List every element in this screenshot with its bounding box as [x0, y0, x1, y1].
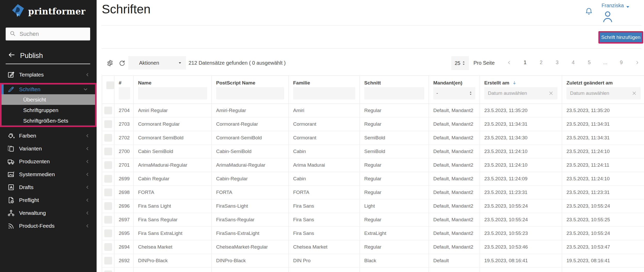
- clear-x-icon[interactable]: [548, 90, 554, 96]
- pagination-page-5[interactable]: 5: [586, 60, 592, 65]
- cell: 19.5.2023, 08:16:41: [480, 268, 562, 272]
- gear-icon[interactable]: [106, 59, 114, 68]
- table-row[interactable]: 2702Cormorant SemiBoldCormorant-SemiBold…: [102, 131, 644, 145]
- row-checkbox[interactable]: [104, 257, 112, 265]
- table-row[interactable]: 2701ArimaMadurai-RegularArimaMadurai-Reg…: [102, 158, 644, 172]
- sidebar-item-varianten[interactable]: Varianten: [0, 142, 97, 155]
- add-font-button[interactable]: Schrift hinzufügen: [600, 32, 642, 42]
- stepper-icon: [462, 61, 465, 65]
- search-input[interactable]: [19, 30, 87, 38]
- filter-name-input[interactable]: [138, 87, 207, 99]
- cell: 2699: [114, 172, 134, 185]
- table-row[interactable]: 2704Amiri RegularAmiri-RegularAmiriRegul…: [102, 104, 644, 117]
- cell: 23.5.2023, 11:35:20: [480, 104, 562, 117]
- table-row[interactable]: 2698FORTAFORTAFORTARegularDefault, Manda…: [102, 186, 644, 199]
- filter-postscript-input[interactable]: [216, 87, 284, 99]
- sidebar-item-templates[interactable]: Templates: [0, 68, 97, 81]
- cell: ExtraLight: [360, 227, 429, 240]
- cell: Regular: [360, 158, 429, 172]
- sidebar-item-preflight[interactable]: Preflight: [0, 194, 97, 207]
- sidebar-item-drafts[interactable]: Drafts: [0, 181, 97, 194]
- page-title: Schriften: [102, 2, 150, 16]
- table-row[interactable]: 2693DINProDINProDIN ProRegularDefault19.…: [102, 268, 644, 272]
- table-row[interactable]: 2697Fira Sans RegularFiraSans-RegularFir…: [102, 213, 644, 227]
- table-row[interactable]: 2695Fira Sans ExtraLightFiraSans-ExtraLi…: [102, 227, 644, 240]
- pagination-page-3[interactable]: 3: [554, 60, 560, 65]
- sidebar-item-schriften[interactable]: Schriften: [2, 84, 95, 94]
- pagination-next-icon[interactable]: [634, 60, 640, 65]
- filter-familie-input[interactable]: [293, 87, 355, 99]
- user-avatar-icon[interactable]: [601, 10, 614, 24]
- user-menu-name[interactable]: Franziska: [601, 3, 624, 8]
- row-checkbox[interactable]: [104, 175, 112, 183]
- cell: Light: [360, 199, 429, 213]
- search-icon: [9, 30, 16, 38]
- row-checkbox[interactable]: [104, 216, 112, 224]
- pagination-page-1[interactable]: 1: [522, 60, 528, 65]
- pagination-page-4[interactable]: 4: [570, 60, 576, 65]
- actions-dropdown[interactable]: Aktionen: [128, 56, 186, 70]
- user-menu-caret-icon[interactable]: [625, 4, 630, 11]
- header-name: Name: [134, 76, 212, 104]
- notifications-bell-icon[interactable]: [584, 7, 594, 17]
- header-divider: [102, 25, 641, 26]
- row-checkbox[interactable]: [104, 230, 112, 237]
- table-row[interactable]: 2703Cormorant RegularCormorant-RegularCo…: [102, 117, 644, 131]
- sidebar-subitem-schriftgruppen[interactable]: Schriftgruppen: [2, 105, 95, 115]
- sidebar-item-systemmedien[interactable]: Systemmedien: [0, 168, 97, 181]
- sidebar-item-verwaltung[interactable]: Verwaltung: [0, 207, 97, 219]
- filter-erstellt-datepicker[interactable]: Datum auswählen: [484, 87, 557, 99]
- cell: Default, Mandant2: [429, 186, 480, 199]
- cell: Cormorant Regular: [134, 117, 212, 131]
- cell: Default: [429, 268, 480, 272]
- sidebar-item-produzenten[interactable]: Produzenten: [0, 155, 97, 168]
- cell: Default: [429, 254, 480, 267]
- chevron-left-icon: [84, 223, 90, 229]
- sidebar-subitem-schriftgr-en-sets[interactable]: Schriftgrößen-Sets: [2, 115, 95, 126]
- header-familie: Familie: [289, 76, 360, 104]
- table-row[interactable]: 2699Cabin RegularCabin-RegularCabinRegul…: [102, 172, 644, 186]
- edit-square-icon: [7, 71, 19, 79]
- refresh-icon[interactable]: [118, 59, 126, 68]
- table-row[interactable]: 2696Fira Sans LightFiraSans-LightFira Sa…: [102, 199, 644, 213]
- filter-mandant-select[interactable]: -: [433, 87, 475, 99]
- sidebar-subitem--bersicht[interactable]: Übersicht: [2, 94, 95, 105]
- row-checkbox[interactable]: [104, 107, 112, 114]
- sidebar-item-product-feeds[interactable]: Product-Feeds: [0, 219, 97, 232]
- pagination-page-2[interactable]: 2: [538, 60, 544, 65]
- chevron-left-icon: [84, 171, 90, 177]
- filter-schnitt-input[interactable]: [364, 87, 424, 99]
- table-row[interactable]: 2694Chelsea MarketChelseaMarket-RegularC…: [102, 240, 644, 254]
- printformer-logo[interactable]: printformer: [0, 4, 97, 19]
- pagination-page-9[interactable]: 9: [618, 60, 624, 65]
- sidebar-search: [6, 28, 90, 40]
- cell: 2696: [114, 199, 134, 213]
- cell: DINPro-Black: [212, 254, 289, 267]
- pagination-prev-icon[interactable]: [506, 60, 512, 65]
- per-page-select[interactable]: 25: [451, 56, 469, 70]
- chevron-left-icon: [84, 146, 90, 152]
- select-all-checkbox[interactable]: [106, 81, 114, 89]
- filter-id-input[interactable]: [119, 87, 130, 99]
- cell: Fira Sans: [289, 213, 360, 226]
- clear-x-icon[interactable]: [631, 90, 637, 96]
- cell: 19.5.2023, 08:16:42: [562, 268, 644, 272]
- row-checkbox[interactable]: [104, 189, 112, 196]
- filter-geaendert-datepicker[interactable]: Datum auswählen: [566, 87, 641, 99]
- row-checkbox[interactable]: [104, 243, 112, 251]
- schriften-submenu: ÜbersichtSchriftgruppenSchriftgrößen-Set…: [2, 94, 95, 126]
- row-checkbox[interactable]: [104, 270, 112, 272]
- cell: Default, Mandant2: [429, 240, 480, 254]
- row-checkbox[interactable]: [104, 202, 112, 210]
- row-checkbox[interactable]: [104, 134, 112, 142]
- row-checkbox[interactable]: [104, 161, 112, 169]
- chevron-left-icon: [84, 210, 90, 216]
- cell: 23.5.2023, 11:34:31: [562, 131, 644, 144]
- row-checkbox[interactable]: [104, 148, 112, 155]
- per-page-label: Pro Seite: [473, 60, 495, 66]
- publish-back[interactable]: Publish: [8, 51, 43, 61]
- table-row[interactable]: 2700Cabin SemiBoldCabin-SemiBoldCabinSem…: [102, 145, 644, 158]
- row-checkbox[interactable]: [104, 120, 112, 128]
- table-row[interactable]: 2692DINPro-BlackDINPro-BlackDIN ProBlack…: [102, 254, 644, 268]
- sidebar-item-farben[interactable]: Farben: [0, 129, 97, 142]
